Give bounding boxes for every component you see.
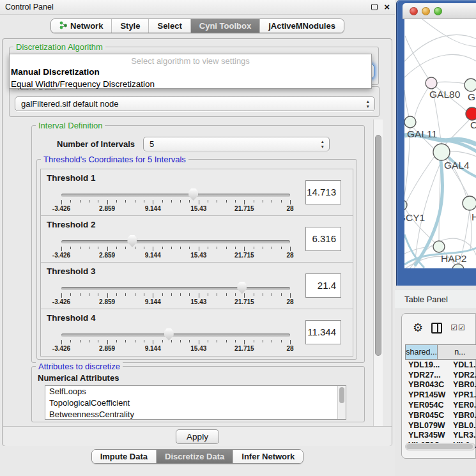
attribute-item[interactable]: SelfLoops	[45, 386, 346, 397]
cell-shared-name[interactable]: YDL19...	[405, 360, 451, 369]
minimize-traffic-light[interactable]	[422, 7, 430, 15]
tab-style[interactable]: Style	[112, 19, 149, 33]
close-icon[interactable]: ×	[384, 4, 390, 10]
table-data-fieldset: Table Data galFiltered.sif default node …	[9, 86, 380, 117]
dropdown-option-manual-discretization[interactable]: Manual Discretization	[10, 66, 371, 78]
slider-tick	[290, 200, 291, 204]
slider-track[interactable]	[61, 194, 290, 197]
slider-tick-label: -3.426	[52, 345, 70, 352]
cell-name[interactable]: YDL1...	[451, 360, 476, 369]
tab-jactivemnodules[interactable]: jActiveMNodules	[260, 19, 344, 33]
num-intervals-select[interactable]: 5 ▲▼	[143, 137, 330, 151]
threshold-value-field[interactable]: 21.4	[305, 273, 341, 298]
horizontal-scrollbar-thumb[interactable]	[406, 444, 473, 449]
cell-name[interactable]: YBL0...	[451, 421, 476, 430]
checkbox-icons[interactable]: ☑☑	[450, 323, 466, 332]
listbox-scrollbar-thumb[interactable]	[339, 387, 344, 403]
attribute-item[interactable]: TopologicalCoefficient	[45, 397, 346, 409]
table-row[interactable]: YDR27...YDR2...	[405, 370, 476, 380]
slider-tick	[135, 340, 135, 342]
attributes-listbox[interactable]: SelfLoopsTopologicalCoefficientBetweenne…	[45, 385, 346, 420]
slider-tick-label: -3.426	[52, 298, 70, 305]
cell-shared-name[interactable]: YDR27...	[405, 371, 451, 380]
slider-tick	[153, 200, 153, 204]
tab-discretize-data[interactable]: Discretize Data	[157, 450, 233, 463]
tab-select[interactable]: Select	[149, 19, 190, 33]
dropdown-hint: Select algorithm to view settings	[10, 54, 371, 66]
float-window-icon[interactable]	[371, 4, 378, 10]
zoom-traffic-light[interactable]	[434, 7, 442, 15]
attribute-item[interactable]: BetweennessCentrality	[45, 409, 346, 420]
table-row[interactable]: YBL079WYBL0...	[405, 420, 476, 431]
horizontal-scrollbar[interactable]	[405, 443, 475, 450]
tab-infer-network[interactable]: Infer Network	[233, 450, 303, 463]
slider-handle[interactable]	[237, 282, 247, 294]
table-row[interactable]: YBR045CYBR0...	[405, 410, 476, 420]
threshold-value-field[interactable]: 6.316	[305, 227, 341, 251]
vertical-scrollbar[interactable]	[373, 119, 383, 426]
column-header-shared-name[interactable]: shared...	[405, 344, 438, 360]
settings-scroll-area: Interval Definition Number of Intervals …	[6, 119, 383, 426]
network-node-h[interactable]	[463, 196, 476, 210]
apply-button[interactable]: Apply	[176, 429, 219, 444]
network-node[interactable]	[452, 264, 464, 268]
slider-tick	[61, 200, 62, 204]
network-node-c[interactable]	[466, 107, 476, 120]
tab-impute-data[interactable]: Impute Data	[92, 450, 157, 463]
slider-tick-label: -3.426	[52, 205, 70, 212]
column-layout-icon[interactable]	[431, 323, 442, 334]
threshold-value-field[interactable]: 14.713	[305, 180, 341, 204]
cell-name[interactable]: YER0...	[451, 401, 476, 410]
slider-handle[interactable]	[188, 188, 198, 201]
network-node-gal4[interactable]	[433, 144, 450, 160]
cell-shared-name[interactable]: YBR045C	[405, 411, 451, 420]
vertical-scrollbar-thumb[interactable]	[375, 135, 381, 356]
slider-track[interactable]	[61, 240, 290, 243]
slider-track[interactable]	[61, 334, 290, 337]
close-traffic-light[interactable]	[410, 7, 418, 15]
table-rows: YDL19...YDL1...YDR27...YDR2...YBR043CYBR…	[405, 360, 476, 450]
cell-shared-name[interactable]: YBL079W	[405, 421, 451, 430]
tab-cyni-toolbox[interactable]: Cyni Toolbox	[191, 19, 260, 33]
tab-network[interactable]: Network	[51, 19, 112, 33]
slider-tick	[135, 293, 135, 296]
table-row[interactable]: YBR043CYBR0...	[405, 380, 476, 390]
network-node-g[interactable]	[464, 79, 476, 91]
network-canvas[interactable]: GAL80GCGAL11GAL4GCY1HHAP2	[404, 19, 476, 268]
table-row[interactable]: YLR345WYLR3...	[405, 431, 476, 441]
dropdown-option-equal-width-frequency-discretization[interactable]: Equal Width/Frequency Discretization	[10, 78, 371, 90]
cell-shared-name[interactable]: YLR345W	[405, 431, 451, 440]
node-label-g: G	[468, 91, 475, 102]
slider-tick	[281, 247, 282, 249]
node-label-c: C	[470, 119, 476, 130]
column-header-name[interactable]: n...	[438, 344, 476, 360]
cell-name[interactable]: YBR0...	[451, 380, 476, 389]
cell-shared-name[interactable]: YER054C	[405, 401, 451, 410]
slider-track[interactable]	[61, 287, 290, 290]
gear-icon[interactable]: ⚙	[413, 321, 423, 335]
cell-name[interactable]: YPR1...	[451, 390, 476, 399]
cell-name[interactable]: YDR2...	[451, 371, 476, 380]
table-row[interactable]: YPR145WYPR1...	[405, 390, 476, 400]
cell-name[interactable]: YBR0...	[451, 411, 476, 420]
cell-shared-name[interactable]: YPR145W	[405, 390, 451, 399]
slider-tick	[254, 293, 254, 296]
network-node-hap2[interactable]	[433, 241, 445, 252]
numerical-attributes-label: Numerical Attributes	[38, 373, 119, 383]
slider-tick	[235, 200, 236, 203]
cell-name[interactable]: YLR3...	[451, 431, 476, 440]
network-node-gal80[interactable]	[426, 77, 437, 89]
threshold-value-field[interactable]: 11.344	[305, 320, 341, 344]
cell-shared-name[interactable]: YBR043C	[405, 380, 451, 389]
slider-handle[interactable]	[127, 235, 137, 247]
table-row[interactable]: YDL19...YDL1...	[405, 360, 476, 370]
listbox-scrollbar[interactable]	[337, 386, 346, 419]
slider-handle[interactable]	[164, 328, 174, 341]
apply-strip: Apply	[3, 426, 392, 446]
slider-tick	[61, 340, 62, 344]
slider-tick-label: 28	[286, 205, 293, 212]
network-node-gal11[interactable]	[404, 116, 416, 128]
table-row[interactable]: YER054CYER0...	[405, 400, 476, 410]
table-data-select[interactable]: galFiltered.sif default node ▲▼	[15, 96, 375, 111]
slider-tick	[171, 293, 172, 296]
